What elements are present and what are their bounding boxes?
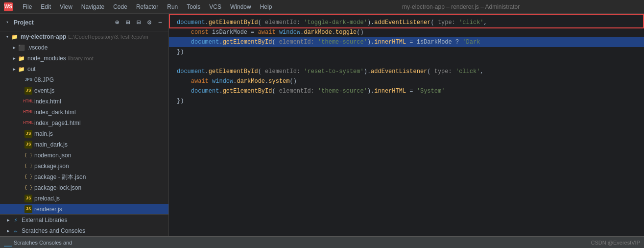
root-expand-arrow: ▾	[4, 33, 11, 40]
code-token: innerHTML	[374, 86, 406, 96]
code-token: ).	[364, 67, 371, 76]
code-token: .	[332, 27, 335, 37]
eventjs-label: event.js	[34, 87, 54, 94]
tree-item-indexhtml[interactable]: HTML index.html	[0, 96, 168, 107]
code-token: })	[177, 96, 184, 106]
tree-item-nodemonjson[interactable]: { } nodemon.json	[0, 150, 168, 161]
code-token: .	[265, 76, 268, 86]
code-token: elementId:	[262, 18, 304, 27]
vscode-expand-arrow: ▶	[11, 44, 18, 51]
menu-refactor[interactable]: Refactor	[132, 2, 162, 11]
code-token: type:	[434, 18, 459, 27]
menu-code[interactable]: Code	[109, 2, 131, 11]
code-editor[interactable]: document.getElementById( elementId: 'tog…	[169, 14, 644, 236]
code-token: document	[177, 67, 205, 76]
code-line-3: document.getElementById( elementId: 'the…	[169, 37, 644, 47]
menu-file[interactable]: File	[19, 2, 36, 11]
tree-item-rendererjs[interactable]: JS renderer.js	[0, 204, 168, 214]
code-line-2: const isDarkMode = await window.darkMode…	[169, 27, 644, 37]
tree-item-eventjs[interactable]: JS event.js	[0, 85, 168, 96]
tree-item-packagecopyjson[interactable]: { } package - 副本.json	[0, 172, 168, 182]
status-bar: ⎯⎯ Scratches Consoles and CSDN @EverestV…	[0, 236, 644, 248]
code-line-4: })	[169, 47, 644, 57]
packagelockjson-spacer	[18, 184, 24, 191]
menu-window[interactable]: Window	[226, 2, 255, 11]
code-token: document	[191, 86, 219, 96]
ext-libs-arrow: ▶	[5, 217, 12, 223]
rendererjs-spacer	[18, 206, 24, 213]
code-line-5	[169, 57, 644, 67]
add-file-icon[interactable]: ⊕	[113, 18, 121, 27]
code-token: window	[279, 27, 300, 37]
maindarkjs-label: main_dark.js	[34, 141, 68, 148]
code-token: const	[191, 27, 209, 37]
tree-item-maindarkjs[interactable]: JS main_dark.js	[0, 139, 168, 150]
json-icon-packagecopy: { }	[24, 173, 32, 181]
json-icon-nodemon: { }	[24, 151, 32, 159]
sidebar-toolbar: ⊕ ⊞ ⊟ ⚙ −	[113, 18, 165, 27]
menu-vcs[interactable]: VCS	[205, 2, 225, 11]
js-icon-renderer: JS	[24, 205, 32, 213]
tree-item-indexdarkhtml[interactable]: HTML index_dark.html	[0, 107, 168, 118]
code-token: = isDarkMode ?	[406, 37, 462, 47]
tree-item-out[interactable]: ▶ 📁 out	[0, 64, 168, 74]
tree-item-vscode[interactable]: ▶ ⬛ .vscode	[0, 42, 168, 53]
settings-icon[interactable]: ⚙	[145, 18, 154, 27]
tree-item-08jpg[interactable]: JPG 08.JPG	[0, 74, 168, 85]
code-token	[177, 37, 191, 47]
js-icon-main: JS	[24, 130, 32, 138]
scratches-icon: ✏	[12, 227, 20, 235]
code-token	[209, 76, 212, 86]
out-folder-icon: 📁	[18, 65, 25, 73]
code-token: elementId:	[276, 37, 318, 47]
vscode-folder-icon: ⬛	[18, 44, 25, 51]
file-tree: ▾ 📁 my-electron-app E:\CodeRepository\3.…	[0, 31, 168, 214]
scratches-status-item[interactable]: ⎯⎯ Scratches Consoles and	[4, 239, 72, 247]
rendererjs-label: renderer.js	[34, 206, 62, 213]
project-root[interactable]: ▾ 📁 my-electron-app E:\CodeRepository\3.…	[0, 31, 168, 42]
tree-item-node-modules[interactable]: ▶ 📁 node_modules library root	[0, 53, 168, 64]
tree-item-packagejson[interactable]: { } package.json	[0, 161, 168, 172]
code-token: (	[431, 18, 434, 27]
code-token: (	[272, 37, 275, 47]
project-expand-arrow[interactable]: ▾	[4, 19, 11, 26]
csdn-credit: CSDN @EverestVIP	[591, 240, 640, 246]
menu-edit[interactable]: Edit	[37, 2, 55, 11]
code-token: .	[219, 86, 222, 96]
nodemonjson-label: nodemon.json	[34, 152, 71, 159]
indexhtml-label: index.html	[34, 98, 61, 105]
code-token: window	[212, 76, 233, 86]
code-token: getElementById	[223, 37, 272, 47]
sidebar-footer: ▶ ⚡ External Libraries ▶ ✏ Scratches and…	[0, 214, 168, 236]
collapse-all-icon[interactable]: ⊟	[134, 18, 143, 27]
code-token: .	[219, 37, 222, 47]
scratches-consoles-item[interactable]: ▶ ✏ Scratches and Consoles	[0, 225, 168, 236]
menu-view[interactable]: View	[56, 2, 76, 11]
code-token: (	[258, 18, 262, 27]
menu-tools[interactable]: Tools	[183, 2, 204, 11]
menu-help[interactable]: Help	[256, 2, 276, 11]
node-modules-expand-arrow: ▶	[11, 55, 18, 62]
preloadjs-label: preload.js	[34, 195, 60, 202]
code-line-1: document.getElementById( elementId: 'tog…	[169, 18, 644, 27]
code-token: ()	[289, 76, 296, 86]
html-icon-index: HTML	[24, 98, 32, 105]
close-sidebar-icon[interactable]: −	[156, 18, 165, 27]
tree-item-packagelockjson[interactable]: { } package-lock.json	[0, 182, 168, 193]
code-token: getElementById	[209, 67, 258, 76]
indexdarkhtml-label: index_dark.html	[34, 109, 76, 116]
external-libraries-item[interactable]: ▶ ⚡ External Libraries	[0, 215, 168, 225]
packagelockjson-label: package-lock.json	[34, 184, 81, 191]
menu-run[interactable]: Run	[163, 2, 182, 11]
code-token: 'theme-source'	[318, 37, 367, 47]
scratches-label: Scratches and Consoles	[22, 227, 85, 234]
menu-navigate[interactable]: Navigate	[77, 2, 108, 11]
tree-item-mainjs[interactable]: JS main.js	[0, 128, 168, 139]
code-token: .	[205, 67, 209, 76]
code-token: ,	[480, 67, 483, 76]
tree-item-preloadjs[interactable]: JS preload.js	[0, 193, 168, 204]
mainjs-spacer	[18, 130, 24, 137]
tree-item-indexpage1html[interactable]: HTML index_page1.html	[0, 118, 168, 128]
add-folder-icon[interactable]: ⊞	[123, 18, 132, 27]
code-token: })	[177, 47, 184, 57]
